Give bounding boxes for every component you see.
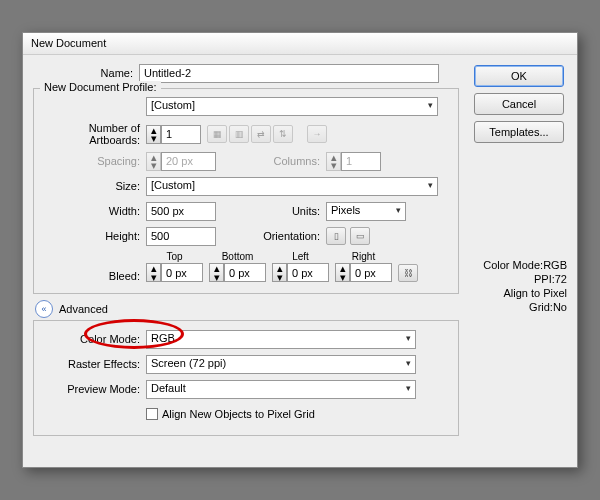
cancel-button[interactable]: Cancel	[474, 93, 564, 115]
raster-label: Raster Effects:	[40, 358, 146, 370]
artboards-label: Number of Artboards:	[40, 122, 146, 146]
color-mode-select[interactable]: RGB	[146, 330, 416, 349]
color-mode-label: Color Mode:	[40, 333, 146, 345]
units-select[interactable]: Pixels	[326, 202, 406, 221]
bleed-top-spinner[interactable]: ▴▾	[146, 263, 203, 282]
info-text: Color Mode:RGB PPI:72 Align to Pixel Gri…	[471, 258, 567, 314]
ok-button[interactable]: OK	[474, 65, 564, 87]
size-label: Size:	[40, 180, 146, 192]
height-label: Height:	[40, 230, 146, 242]
new-document-dialog: New Document Name: New Document Profile:…	[22, 32, 578, 468]
landscape-icon[interactable]: ▭	[350, 227, 370, 245]
profile-fieldset: New Document Profile: [Custom] Number of…	[33, 88, 459, 294]
spacing-spinner: ▴▾	[146, 152, 216, 171]
size-select[interactable]: [Custom]	[146, 177, 438, 196]
bleed-label: Bleed:	[40, 270, 146, 282]
advanced-label: Advanced	[59, 303, 108, 315]
advanced-fieldset: Color Mode: RGB Raster Effects: Screen (…	[33, 320, 459, 436]
preview-select[interactable]: Default	[146, 380, 416, 399]
templates-button[interactable]: Templates...	[474, 121, 564, 143]
height-input[interactable]	[146, 227, 216, 246]
grid-col-icon[interactable]: ▥	[229, 125, 249, 143]
units-label: Units:	[216, 205, 326, 217]
grid-row-icon[interactable]: ▦	[207, 125, 227, 143]
preview-label: Preview Mode:	[40, 383, 146, 395]
arrow-icon[interactable]: →	[307, 125, 327, 143]
columns-label: Columns:	[216, 155, 326, 167]
name-label: Name:	[33, 67, 139, 79]
portrait-icon[interactable]: ▯	[326, 227, 346, 245]
profile-select[interactable]: [Custom]	[146, 97, 438, 116]
orientation-label: Orientation:	[216, 230, 326, 242]
spacing-label: Spacing:	[40, 155, 146, 167]
columns-spinner: ▴▾	[326, 152, 381, 171]
advanced-toggle[interactable]: «	[35, 300, 53, 318]
bleed-right-spinner[interactable]: ▴▾	[335, 263, 392, 282]
bleed-left-spinner[interactable]: ▴▾	[272, 263, 329, 282]
col-icon[interactable]: ⇅	[273, 125, 293, 143]
bleed-bottom-spinner[interactable]: ▴▾	[209, 263, 266, 282]
row-icon[interactable]: ⇄	[251, 125, 271, 143]
align-grid-label: Align New Objects to Pixel Grid	[162, 408, 315, 420]
width-input[interactable]	[146, 202, 216, 221]
width-label: Width:	[40, 205, 146, 217]
name-input[interactable]	[139, 64, 439, 83]
artboards-spinner[interactable]: ▴▾	[146, 125, 201, 144]
profile-label: New Document Profile:	[40, 81, 161, 93]
raster-select[interactable]: Screen (72 ppi)	[146, 355, 416, 374]
dialog-title: New Document	[23, 33, 577, 55]
link-bleed-icon[interactable]: ⛓	[398, 264, 418, 282]
align-grid-checkbox[interactable]	[146, 408, 158, 420]
artboard-layout-icons: ▦ ▥ ⇄ ⇅	[207, 125, 293, 143]
